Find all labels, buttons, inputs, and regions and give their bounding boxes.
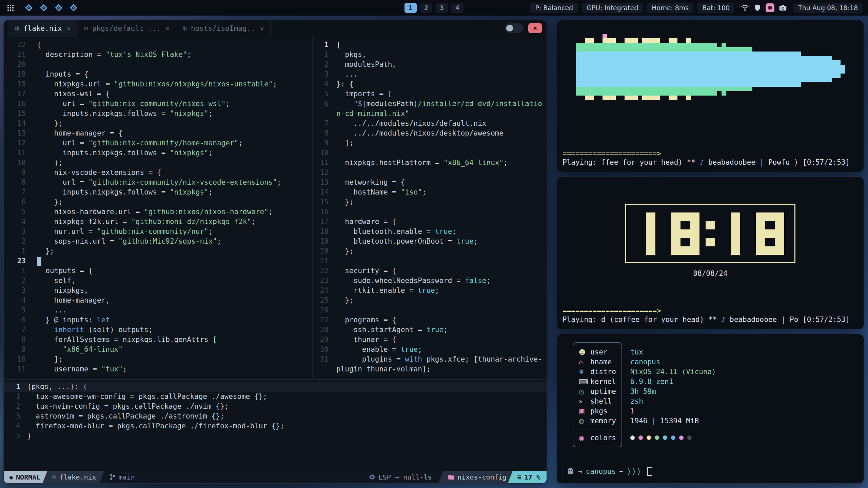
code-line[interactable]: 4 nixpkgs-f2k.url = "github:moni-dz/nixp…: [4, 217, 312, 227]
editor-tab[interactable]: ❄pkgs/default ...×: [77, 20, 176, 37]
code-line[interactable]: 3 astronvim = pkgs.callPackage ./astronv…: [4, 411, 547, 421]
code-line[interactable]: 14 };: [4, 119, 312, 128]
code-line[interactable]: 19 bluetooth.powerOnBoot = true;: [313, 237, 547, 246]
code-line[interactable]: 2 sops-nix.url = "github:Mic92/sops-nix"…: [4, 237, 312, 246]
window-toggle-switch[interactable]: [505, 23, 524, 33]
code-line[interactable]: 21: [313, 256, 547, 266]
code-line[interactable]: 14 hostName = "iso";: [313, 187, 547, 197]
code-line[interactable]: 1 tux-awesome-wm-config = pkgs.callPacka…: [4, 392, 547, 402]
code-segment: tux-nvim-config = pkgs.callPackage ./nvi…: [27, 402, 229, 410]
code-line[interactable]: 6 };: [4, 197, 312, 207]
code-line[interactable]: 30 enable = true;: [313, 345, 547, 354]
code-line[interactable]: 7 inherit (self) outputs;: [4, 325, 312, 335]
code-line[interactable]: 29 thunar = {: [313, 335, 547, 345]
clock-pixel: [765, 221, 775, 229]
dock-app-icon[interactable]: [39, 3, 49, 13]
code-line[interactable]: 23: [4, 256, 312, 266]
code-line[interactable]: 8 ../../modules/nixos/desktop/awesome: [313, 128, 547, 138]
code-line[interactable]: 1{pkgs, ...}: {: [4, 382, 547, 392]
dock-app-icon[interactable]: [54, 3, 64, 13]
code-line[interactable]: 8 url = "github:nix-community/nix-vscode…: [4, 178, 312, 187]
code-line[interactable]: 5 ...: [4, 305, 312, 315]
workspace-tag-1[interactable]: 1: [405, 3, 417, 13]
code-line[interactable]: 22{: [4, 40, 312, 50]
code-line[interactable]: 2 self,: [4, 276, 312, 286]
code-line[interactable]: 9 nix-vscode-extensions = {: [4, 168, 312, 178]
code-line[interactable]: 10 };: [4, 158, 312, 168]
code-line[interactable]: 11 inputs.nixpkgs.follows = "nixpkgs";: [4, 148, 312, 158]
code-line[interactable]: 27 programs = {: [313, 315, 547, 325]
code-line[interactable]: 17 hardware = {: [313, 217, 547, 227]
code-line[interactable]: 21 description = "tux's NixOS Flake";: [4, 50, 312, 60]
code-line[interactable]: 26: [313, 305, 547, 315]
window-close-button[interactable]: ×: [528, 23, 542, 33]
code-line[interactable]: 12 url = "github:nix-community/home-mana…: [4, 138, 312, 148]
code-line[interactable]: 31 plugins = with pkgs.xfce; [thunar-arc…: [313, 354, 547, 364]
editor-tab[interactable]: ❄flake.nix×: [8, 20, 77, 37]
code-line[interactable]: plugin thunar-volman];: [313, 364, 547, 374]
code-line[interactable]: 1 pkgs,: [313, 50, 547, 60]
code-line[interactable]: 9 "x86_64-linux": [4, 345, 312, 354]
code-line[interactable]: 6 "${modulesPath}/installer/cd-dvd/insta…: [313, 99, 547, 109]
code-line[interactable]: 10: [313, 148, 547, 158]
code-text: rtkit.enable = true;: [336, 286, 547, 296]
dock-app-icon[interactable]: [68, 3, 79, 13]
dock-app-icon[interactable]: [24, 3, 34, 13]
code-line[interactable]: 24 rtkit.enable = true;: [313, 286, 547, 296]
code-line[interactable]: 16 url = "github:nix-community/nixos-wsl…: [4, 99, 312, 109]
wifi-icon[interactable]: [741, 3, 749, 12]
recorder-indicator-icon[interactable]: [766, 3, 774, 12]
code-line[interactable]: 4 home-manager,: [4, 296, 312, 305]
code-line[interactable]: 25 };: [313, 296, 547, 305]
code-line[interactable]: 4 firefox-mod-blur = pkgs.callPackage ./…: [4, 421, 547, 431]
shell-prompt[interactable]: → canopus ~ ))): [557, 467, 864, 483]
code-line[interactable]: 5 nixos-hardware.url = "github:nixos/nix…: [4, 207, 312, 217]
shield-icon[interactable]: [753, 4, 762, 12]
code-line[interactable]: 1 };: [4, 246, 312, 256]
code-line[interactable]: 7 inputs.nixpkgs.follows = "nixpkgs";: [4, 187, 312, 197]
code-line[interactable]: 19 inputs = {: [4, 69, 312, 79]
workspace-tag-4[interactable]: 4: [451, 3, 463, 13]
code-text: username = "tux";: [37, 364, 312, 374]
code-line[interactable]: 7 ../../modules/nixos/default.nix: [313, 119, 547, 128]
code-line[interactable]: 6 } @ inputs: let: [4, 315, 312, 325]
code-line[interactable]: 15 inputs.nixpkgs.follows = "nixpkgs";: [4, 109, 312, 119]
code-line[interactable]: 5 imports = [: [313, 89, 547, 99]
code-line[interactable]: 16: [313, 207, 547, 217]
code-line[interactable]: 22 security = {: [313, 266, 547, 276]
code-line[interactable]: n-cd-minimal.nix": [313, 109, 547, 119]
workspace-tag-2[interactable]: 2: [420, 3, 432, 13]
close-tab-icon[interactable]: ×: [67, 24, 71, 33]
workspace-tag-3[interactable]: 3: [436, 3, 448, 13]
code-line[interactable]: 8 forAllSystems = nixpkgs.lib.genAttrs [: [4, 335, 312, 345]
editor-tab[interactable]: ❄hosts/isoImag..×: [176, 20, 271, 37]
code-line[interactable]: 15 };: [313, 197, 547, 207]
close-tab-icon[interactable]: ×: [260, 24, 264, 33]
code-line[interactable]: 17 nixos-wsl = {: [4, 89, 312, 99]
code-line[interactable]: 3 nur.url = "github:nix-community/nur";: [4, 227, 312, 237]
code-line[interactable]: 5}: [4, 431, 547, 441]
code-line[interactable]: 11 nixpkgs.hostPlatform = "x86_64-linux"…: [313, 158, 547, 168]
code-line[interactable]: 20: [4, 60, 312, 69]
code-line[interactable]: 20 };: [313, 246, 547, 256]
code-line[interactable]: 2 tux-nvim-config = pkgs.callPackage ./n…: [4, 402, 547, 411]
code-line[interactable]: 1 outputs = {: [4, 266, 312, 276]
code-line[interactable]: 1{: [313, 40, 547, 50]
code-line[interactable]: 4}: {: [313, 79, 547, 89]
code-line[interactable]: 9 ];: [313, 138, 547, 148]
code-line[interactable]: 3 ...: [313, 69, 547, 79]
code-line[interactable]: 13 networking = {: [313, 178, 547, 187]
code-line[interactable]: 12: [313, 168, 547, 178]
code-line[interactable]: 10 ];: [4, 354, 312, 364]
code-line[interactable]: 18 nixpkgs.url = "github:nixos/nixpkgs/n…: [4, 79, 312, 89]
code-line[interactable]: 3 nixpkgs,: [4, 286, 312, 296]
close-tab-icon[interactable]: ×: [165, 24, 170, 33]
code-line[interactable]: 13 home-manager = {: [4, 128, 312, 138]
code-line[interactable]: 23 sudo.wheelNeedsPassword = false;: [313, 276, 547, 286]
code-line[interactable]: 18 bluetooth.enable = true;: [313, 227, 547, 237]
code-line[interactable]: 28 ssh.startAgent = true;: [313, 325, 547, 335]
app-launcher-button[interactable]: [5, 3, 16, 13]
code-line[interactable]: 11 username = "tux";: [4, 364, 312, 374]
camera-icon[interactable]: [778, 3, 787, 12]
code-line[interactable]: 2 modulesPath,: [313, 60, 547, 69]
